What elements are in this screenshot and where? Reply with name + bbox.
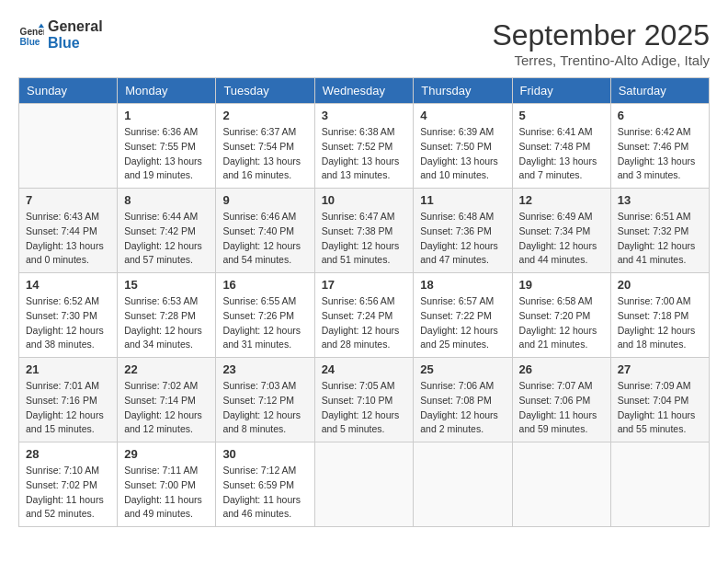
day-number: 5 <box>519 109 604 122</box>
day-number: 21 <box>26 362 110 376</box>
day-info: Sunrise: 7:11 AM Sunset: 7:00 PM Dayligh… <box>124 464 209 522</box>
weekday-header: Tuesday <box>216 78 314 104</box>
calendar-cell: 7Sunrise: 6:43 AM Sunset: 7:44 PM Daylig… <box>19 189 118 273</box>
calendar-week-row: 1Sunrise: 6:36 AM Sunset: 7:55 PM Daylig… <box>19 104 710 189</box>
day-number: 7 <box>26 193 110 207</box>
calendar-cell <box>19 104 118 189</box>
day-number: 11 <box>420 193 505 207</box>
calendar: SundayMondayTuesdayWednesdayThursdayFrid… <box>18 77 710 527</box>
day-info: Sunrise: 6:49 AM Sunset: 7:34 PM Dayligh… <box>519 210 604 268</box>
logo-blue: Blue <box>48 35 103 52</box>
day-number: 9 <box>222 193 307 207</box>
calendar-cell <box>610 442 709 527</box>
day-info: Sunrise: 7:05 AM Sunset: 7:10 PM Dayligh… <box>322 379 407 437</box>
calendar-cell: 2Sunrise: 6:37 AM Sunset: 7:54 PM Daylig… <box>216 104 314 189</box>
day-number: 20 <box>618 278 702 292</box>
day-info: Sunrise: 7:12 AM Sunset: 6:59 PM Dayligh… <box>222 464 307 522</box>
calendar-cell: 4Sunrise: 6:39 AM Sunset: 7:50 PM Daylig… <box>414 104 512 189</box>
weekday-header: Monday <box>118 78 216 104</box>
calendar-cell: 15Sunrise: 6:53 AM Sunset: 7:28 PM Dayli… <box>118 273 216 358</box>
calendar-cell: 17Sunrise: 6:56 AM Sunset: 7:24 PM Dayli… <box>314 273 414 358</box>
weekday-header-row: SundayMondayTuesdayWednesdayThursdayFrid… <box>19 78 710 104</box>
day-number: 25 <box>420 362 505 376</box>
day-info: Sunrise: 7:02 AM Sunset: 7:14 PM Dayligh… <box>124 379 209 437</box>
weekday-header: Saturday <box>610 78 709 104</box>
calendar-cell: 22Sunrise: 7:02 AM Sunset: 7:14 PM Dayli… <box>118 358 216 442</box>
day-info: Sunrise: 6:57 AM Sunset: 7:22 PM Dayligh… <box>420 294 505 352</box>
day-number: 26 <box>519 362 604 376</box>
calendar-cell: 3Sunrise: 6:38 AM Sunset: 7:52 PM Daylig… <box>314 104 414 189</box>
day-number: 28 <box>26 447 110 461</box>
day-number: 13 <box>618 193 702 207</box>
day-info: Sunrise: 6:37 AM Sunset: 7:54 PM Dayligh… <box>222 125 307 183</box>
calendar-cell: 27Sunrise: 7:09 AM Sunset: 7:04 PM Dayli… <box>610 358 709 442</box>
calendar-cell: 20Sunrise: 7:00 AM Sunset: 7:18 PM Dayli… <box>610 273 709 358</box>
calendar-cell: 24Sunrise: 7:05 AM Sunset: 7:10 PM Dayli… <box>314 358 414 442</box>
day-info: Sunrise: 7:03 AM Sunset: 7:12 PM Dayligh… <box>222 379 307 437</box>
day-info: Sunrise: 6:41 AM Sunset: 7:48 PM Dayligh… <box>519 125 604 183</box>
calendar-cell: 25Sunrise: 7:06 AM Sunset: 7:08 PM Dayli… <box>414 358 512 442</box>
weekday-header: Sunday <box>19 78 118 104</box>
day-number: 3 <box>322 109 407 122</box>
day-number: 30 <box>222 447 307 461</box>
day-info: Sunrise: 7:00 AM Sunset: 7:18 PM Dayligh… <box>618 294 702 352</box>
day-info: Sunrise: 7:10 AM Sunset: 7:02 PM Dayligh… <box>26 464 110 522</box>
day-number: 14 <box>26 278 110 292</box>
day-number: 4 <box>420 109 505 122</box>
calendar-week-row: 21Sunrise: 7:01 AM Sunset: 7:16 PM Dayli… <box>19 358 710 442</box>
day-info: Sunrise: 6:53 AM Sunset: 7:28 PM Dayligh… <box>124 294 209 352</box>
day-number: 1 <box>124 109 209 122</box>
calendar-cell: 14Sunrise: 6:52 AM Sunset: 7:30 PM Dayli… <box>19 273 118 358</box>
day-number: 12 <box>519 193 604 207</box>
calendar-cell: 12Sunrise: 6:49 AM Sunset: 7:34 PM Dayli… <box>512 189 610 273</box>
calendar-cell <box>414 442 512 527</box>
day-number: 10 <box>322 193 407 207</box>
day-info: Sunrise: 7:09 AM Sunset: 7:04 PM Dayligh… <box>618 379 702 437</box>
day-number: 29 <box>124 447 209 461</box>
day-number: 22 <box>124 362 209 376</box>
calendar-cell: 5Sunrise: 6:41 AM Sunset: 7:48 PM Daylig… <box>512 104 610 189</box>
calendar-cell: 30Sunrise: 7:12 AM Sunset: 6:59 PM Dayli… <box>216 442 314 527</box>
day-info: Sunrise: 7:01 AM Sunset: 7:16 PM Dayligh… <box>26 379 110 437</box>
calendar-cell: 26Sunrise: 7:07 AM Sunset: 7:06 PM Dayli… <box>512 358 610 442</box>
calendar-cell: 18Sunrise: 6:57 AM Sunset: 7:22 PM Dayli… <box>414 273 512 358</box>
day-info: Sunrise: 6:55 AM Sunset: 7:26 PM Dayligh… <box>222 294 307 352</box>
day-info: Sunrise: 6:58 AM Sunset: 7:20 PM Dayligh… <box>519 294 604 352</box>
svg-text:General: General <box>20 27 44 37</box>
day-number: 15 <box>124 278 209 292</box>
day-info: Sunrise: 6:43 AM Sunset: 7:44 PM Dayligh… <box>26 210 110 268</box>
logo-general: General <box>48 18 103 35</box>
calendar-cell: 10Sunrise: 6:47 AM Sunset: 7:38 PM Dayli… <box>314 189 414 273</box>
calendar-cell: 6Sunrise: 6:42 AM Sunset: 7:46 PM Daylig… <box>610 104 709 189</box>
day-info: Sunrise: 6:36 AM Sunset: 7:55 PM Dayligh… <box>124 125 209 183</box>
day-info: Sunrise: 6:38 AM Sunset: 7:52 PM Dayligh… <box>322 125 407 183</box>
calendar-week-row: 14Sunrise: 6:52 AM Sunset: 7:30 PM Dayli… <box>19 273 710 358</box>
calendar-cell: 29Sunrise: 7:11 AM Sunset: 7:00 PM Dayli… <box>118 442 216 527</box>
day-number: 6 <box>618 109 702 122</box>
day-info: Sunrise: 6:44 AM Sunset: 7:42 PM Dayligh… <box>124 210 209 268</box>
calendar-week-row: 28Sunrise: 7:10 AM Sunset: 7:02 PM Dayli… <box>19 442 710 527</box>
day-number: 18 <box>420 278 505 292</box>
day-info: Sunrise: 7:07 AM Sunset: 7:06 PM Dayligh… <box>519 379 604 437</box>
day-info: Sunrise: 6:56 AM Sunset: 7:24 PM Dayligh… <box>322 294 407 352</box>
calendar-cell <box>512 442 610 527</box>
day-number: 27 <box>618 362 702 376</box>
month-title: September 2025 <box>492 18 710 52</box>
calendar-cell: 9Sunrise: 6:46 AM Sunset: 7:40 PM Daylig… <box>216 189 314 273</box>
day-info: Sunrise: 6:51 AM Sunset: 7:32 PM Dayligh… <box>618 210 702 268</box>
day-number: 23 <box>222 362 307 376</box>
day-number: 2 <box>222 109 307 122</box>
calendar-week-row: 7Sunrise: 6:43 AM Sunset: 7:44 PM Daylig… <box>19 189 710 273</box>
calendar-cell: 16Sunrise: 6:55 AM Sunset: 7:26 PM Dayli… <box>216 273 314 358</box>
logo: General Blue General Blue <box>18 18 103 51</box>
weekday-header: Wednesday <box>314 78 414 104</box>
calendar-cell: 28Sunrise: 7:10 AM Sunset: 7:02 PM Dayli… <box>19 442 118 527</box>
calendar-cell: 13Sunrise: 6:51 AM Sunset: 7:32 PM Dayli… <box>610 189 709 273</box>
calendar-cell <box>314 442 414 527</box>
calendar-cell: 19Sunrise: 6:58 AM Sunset: 7:20 PM Dayli… <box>512 273 610 358</box>
location-title: Terres, Trentino-Alto Adige, Italy <box>492 52 710 68</box>
day-number: 17 <box>322 278 407 292</box>
day-number: 19 <box>519 278 604 292</box>
calendar-cell: 11Sunrise: 6:48 AM Sunset: 7:36 PM Dayli… <box>414 189 512 273</box>
day-number: 16 <box>222 278 307 292</box>
